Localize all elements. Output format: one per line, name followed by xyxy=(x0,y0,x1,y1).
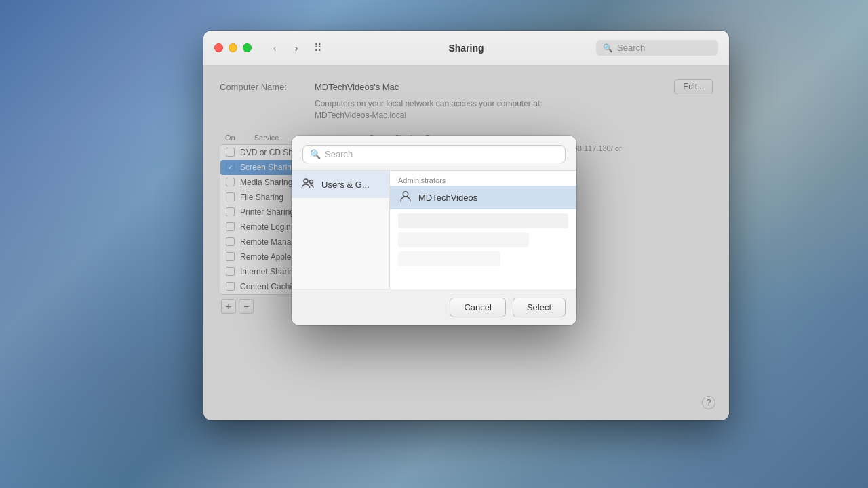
search-input-wrap[interactable]: 🔍 xyxy=(302,145,566,163)
skeleton-row-3 xyxy=(398,251,500,266)
user-icon xyxy=(398,189,413,206)
administrators-header: Administrators xyxy=(390,171,576,186)
right-pane: Administrators MDTechVideos xyxy=(390,171,576,289)
users-group-icon xyxy=(300,176,316,192)
skeleton-row-1 xyxy=(398,214,568,228)
user-label-mdtechvideos: MDTechVideos xyxy=(418,192,477,203)
search-input[interactable] xyxy=(325,149,558,159)
modal-overlay: 🔍 Users & G... xyxy=(0,0,868,488)
svg-point-1 xyxy=(310,180,313,184)
modal-search-area: 🔍 xyxy=(292,136,576,171)
svg-point-0 xyxy=(304,179,308,183)
user-picker-dialog: 🔍 Users & G... xyxy=(292,136,576,325)
modal-search-icon: 🔍 xyxy=(310,149,321,159)
user-item-mdtechvideos[interactable]: MDTechVideos xyxy=(390,186,576,209)
cancel-button[interactable]: Cancel xyxy=(450,298,505,317)
modal-list-area: Users & G... Administrators MDTechVideos xyxy=(292,171,576,289)
users-groups-item[interactable]: Users & G... xyxy=(292,171,389,198)
svg-point-2 xyxy=(403,192,408,197)
users-groups-label: Users & G... xyxy=(321,180,370,190)
skeleton-row-2 xyxy=(398,232,529,247)
modal-buttons: Cancel Select xyxy=(292,289,576,325)
left-pane: Users & G... xyxy=(292,171,390,289)
select-button[interactable]: Select xyxy=(513,298,566,317)
